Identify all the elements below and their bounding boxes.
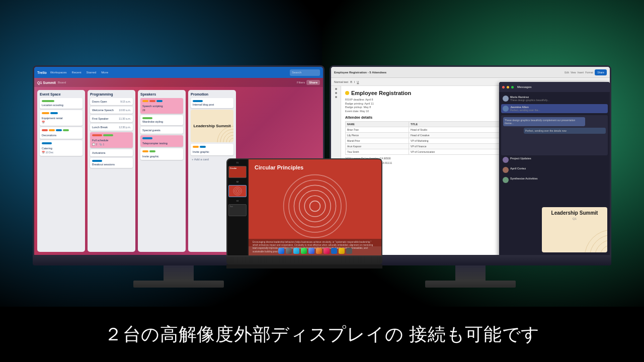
leadership-summit-right-card: Leadership Summit Q1 — [542, 207, 607, 252]
trello-search-placeholder: Search — [292, 71, 301, 74]
main-slide: Circular Principles — [249, 159, 381, 255]
trello-board-header: Q1 Summit Board Filters Share — [34, 78, 323, 87]
trello-card[interactable]: Equipment rental 📅 — [40, 110, 83, 126]
trello-card[interactable]: Activations — [90, 149, 133, 156]
list-item[interactable]: April Cortez — [501, 165, 608, 174]
share-button-right[interactable]: Share — [595, 69, 607, 75]
attendee-title: VP of Finance — [409, 143, 509, 149]
slide-num-3: 03 — [228, 200, 247, 202]
trello-board-actions: Filters Share — [297, 80, 320, 85]
chat-bubble: These design graphics beautifully comple… — [503, 117, 585, 126]
trello-share-button[interactable]: Share — [306, 80, 320, 85]
trello-card[interactable]: Internal blog post — [191, 98, 233, 108]
format-normal[interactable]: Normal text — [334, 80, 348, 83]
trello-card[interactable]: Welcome Speech 10:00 a.m. — [90, 107, 133, 114]
slide-thumb-2[interactable] — [228, 185, 247, 197]
trello-board-view[interactable]: Board — [58, 81, 66, 84]
chat-bubble: Perfect, sending over the details now — [524, 128, 606, 134]
toolbar-format-btn[interactable]: Format — [585, 71, 593, 74]
leadership-summit-title: Leadership Summit — [193, 124, 230, 129]
trello-list-programming: Programming Doors Open 9:15 a.m. Welcome… — [88, 90, 135, 252]
ls-title-text: Leadership Summit — [551, 210, 598, 216]
dock-icon-launchpad[interactable] — [286, 248, 292, 254]
trello-card[interactable]: Doors Open 9:15 a.m. — [90, 98, 133, 105]
dock-icon-trello[interactable] — [331, 248, 337, 254]
card-text: Invite graphic — [142, 155, 159, 158]
svg-point-13 — [310, 201, 320, 211]
list-item[interactable]: Synthesize Activities — [501, 175, 608, 185]
card-text: Location scouting — [42, 104, 63, 107]
trello-card[interactable]: Lunch Break 12:30 p.m. — [90, 124, 133, 131]
contact-name: April Cortez — [510, 167, 606, 170]
trello-nav-recent[interactable]: Recent — [70, 70, 83, 74]
laptop-trackpad — [226, 264, 382, 268]
laptop: 01 Circular 02 03 Text — [226, 158, 382, 268]
trello-board-title: Q1 Summit — [37, 81, 56, 84]
sidebar-icon — [335, 88, 337, 90]
format-b[interactable]: B — [350, 80, 352, 83]
chat-message-text: These design graphics beautifully comple… — [505, 119, 584, 125]
trello-card[interactable]: Catering 📅 10 Dec — [40, 140, 83, 156]
dock-icon-settings[interactable] — [346, 248, 352, 254]
minimize-btn[interactable] — [507, 86, 509, 88]
trello-card[interactable]: Speech scripting 29 — [140, 98, 183, 114]
avatar — [503, 96, 509, 102]
left-monitor-stand-neck — [164, 265, 194, 281]
list-title-promotion: Promotion — [191, 93, 233, 96]
slide-title-area: Circular Principles — [249, 159, 381, 173]
trello-card[interactable]: Special guests — [140, 127, 183, 134]
trello-card[interactable]: Decorations — [40, 127, 83, 139]
avatar — [503, 177, 509, 183]
trello-nav-workspaces[interactable]: Workspaces — [49, 70, 68, 74]
svg-point-3 — [220, 129, 233, 142]
trello-card[interactable]: Invite graphic — [140, 148, 183, 160]
svg-point-5 — [605, 250, 607, 252]
trello-card[interactable]: Breakout sessions — [90, 158, 133, 168]
card-text: Doors Open — [92, 100, 107, 103]
list-item[interactable]: Project Updates — [501, 155, 608, 164]
format-u[interactable]: U — [357, 80, 359, 83]
list-item[interactable]: Jasmine Allen Perfect, sending over the.… — [501, 104, 608, 113]
trello-nav-more[interactable]: More — [100, 70, 110, 74]
doc-title: Employee Registration - 5 Attendees — [334, 71, 386, 74]
chat-content: Synthesize Activities — [510, 177, 606, 180]
dock-icon-safari[interactable] — [293, 248, 299, 254]
contact-name: Synthesize Activities — [510, 177, 606, 180]
leadership-summit-card[interactable]: Leadership Summit — [191, 110, 233, 142]
slide-thumb-1[interactable]: Circular — [228, 166, 247, 178]
chat-content: April Cortez — [510, 167, 606, 170]
list-title-programming: Programming — [90, 93, 133, 96]
chat-content: Project Updates — [510, 157, 606, 160]
trello-card[interactable]: First Speaker 11:30 a.m. — [90, 115, 133, 122]
svg-point-18 — [284, 174, 347, 237]
trello-card[interactable]: Full schedule 💬 2📎 1 — [90, 132, 133, 148]
slide-thumb-3[interactable]: Text — [228, 204, 247, 216]
right-monitor-stand-base — [425, 281, 516, 288]
trello-card[interactable]: Wardrobe styling — [140, 115, 183, 125]
attendee-title: Head of Creative — [409, 132, 509, 138]
trello-card[interactable]: Teleprompter testing — [140, 135, 183, 147]
dock-icon-music[interactable] — [324, 248, 330, 254]
trello-search-bar[interactable]: Search — [290, 69, 320, 76]
chat-list: Maria Ramirez These design graphics beau… — [499, 92, 610, 188]
maximize-btn[interactable] — [511, 86, 514, 88]
right-monitor-stand-neck — [455, 265, 486, 281]
dock-icon-messages[interactable] — [301, 248, 307, 254]
dock-icon-mail[interactable] — [308, 248, 314, 254]
trello-card[interactable]: Invite graphic — [191, 144, 233, 155]
list-item[interactable]: Maria Ramirez These design graphics beau… — [501, 94, 608, 103]
toolbar-insert-btn[interactable]: Insert — [578, 71, 584, 74]
toolbar-edit-btn[interactable]: Edit — [565, 71, 569, 74]
svg-point-7 — [595, 240, 607, 252]
trello-nav-starred[interactable]: Starred — [85, 70, 98, 74]
close-btn[interactable] — [502, 86, 505, 88]
dock-icon-photos[interactable] — [316, 248, 322, 254]
dock-icon-finder[interactable] — [278, 248, 284, 254]
card-text: Special guests — [142, 129, 160, 132]
trello-card[interactable]: Location scouting — [40, 98, 83, 109]
dock-icon-slides[interactable] — [339, 248, 345, 254]
format-i[interactable]: I — [354, 80, 355, 83]
attendee-name: Mandi Prior — [346, 138, 409, 143]
toolbar-view-btn[interactable]: View — [571, 71, 576, 74]
slide-num-1: 01 — [228, 161, 247, 164]
